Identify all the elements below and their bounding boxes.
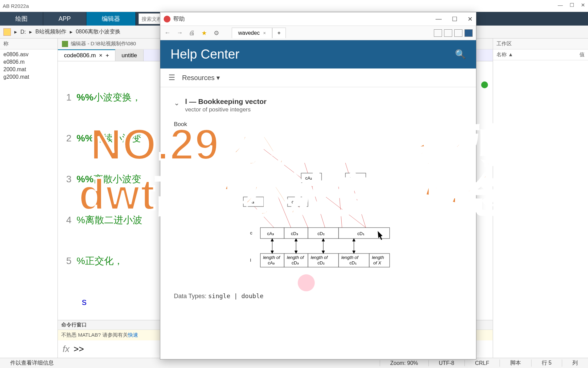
help-titlebar[interactable]: 帮助 — ☐ ✕: [160, 12, 476, 26]
hamburger-icon[interactable]: ☰: [168, 73, 175, 82]
svg-text:length of: length of: [311, 255, 328, 260]
layout-rows-icon[interactable]: [454, 29, 462, 37]
bc-sep: ▸: [29, 29, 32, 35]
folder-icon[interactable]: [3, 28, 11, 36]
print-icon[interactable]: 🖨: [188, 29, 196, 37]
wavedec-diagram: cA₂ cD₂ cA₃ cD₃ c cA₃ cD₃ cD₂ cD₁: [223, 139, 413, 282]
svg-line-3: [274, 187, 291, 228]
help-window: 帮助 — ☐ ✕ ← → 🖨 ★ ⚙ wavedec× + Help Cente…: [160, 12, 476, 359]
window-controls: — ☐ ✕: [558, 2, 585, 8]
favorite-icon[interactable]: ★: [200, 29, 208, 37]
help-resources-bar: ☰ Resources ▾: [160, 68, 476, 87]
maximize-button[interactable]: ☐: [570, 2, 574, 8]
svg-text:cD₁: cD₁: [349, 260, 357, 265]
app-title: AB R2022a: [3, 3, 29, 9]
svg-line-1: [305, 163, 325, 228]
editor-tab-inactive[interactable]: untitle: [115, 49, 143, 61]
svg-marker-34: [353, 239, 355, 241]
svg-text:l: l: [250, 258, 251, 263]
workspace-columns: 名称 ▲ 值: [493, 49, 588, 60]
layout-split-icon[interactable]: [444, 29, 452, 37]
sb-zoom[interactable]: Zoom: 90%: [380, 360, 428, 366]
section-subtitle: vector of positive integers: [185, 106, 266, 113]
help-close[interactable]: ✕: [468, 15, 473, 23]
col-name[interactable]: 名称 ▲: [496, 51, 579, 58]
search-icon[interactable]: 🔍: [455, 49, 466, 60]
bc-sep: ▸: [70, 29, 72, 35]
current-folder-panel: 称 e0806.asv e0806.m 2000.mat g2000.mat: [0, 39, 58, 358]
editor-tab-active[interactable]: code0806.m × +: [58, 49, 115, 61]
svg-line-6: [298, 204, 308, 228]
svg-marker-28: [295, 239, 297, 241]
back-icon[interactable]: ←: [164, 29, 171, 37]
svg-marker-35: [353, 251, 355, 254]
line-number: 1: [58, 91, 77, 104]
svg-rect-16: [260, 228, 390, 239]
help-app-icon: [164, 16, 170, 22]
svg-line-5: [252, 204, 274, 228]
sb-filetype: 脚本: [500, 359, 531, 367]
svg-text:cD₃: cD₃: [292, 260, 299, 265]
svg-text:length: length: [372, 255, 384, 260]
svg-line-0: [264, 149, 366, 228]
sb-row: 行 5: [531, 359, 562, 367]
editor-icon: [62, 41, 68, 47]
file-item[interactable]: e0806.m: [0, 58, 58, 66]
svg-text:cA₃: cA₃: [267, 231, 274, 236]
file-list: e0806.asv e0806.m 2000.mat g2000.mat: [0, 49, 58, 82]
layout-single-icon[interactable]: [464, 29, 473, 37]
svg-marker-29: [295, 251, 297, 254]
help-maximize[interactable]: ☐: [452, 15, 457, 23]
minimize-button[interactable]: —: [558, 2, 563, 8]
svg-text:cA₃: cA₃: [268, 260, 275, 265]
file-item[interactable]: 2000.mat: [0, 66, 58, 73]
svg-text:length of: length of: [287, 255, 304, 260]
svg-text:cA₃: cA₃: [247, 199, 254, 204]
name-column-header: 称: [0, 39, 58, 49]
tab-editor[interactable]: 编辑器: [86, 12, 136, 26]
file-item[interactable]: g2000.mat: [0, 73, 58, 81]
bc-sep: ▸: [14, 29, 17, 35]
help-toolbar: ← → 🖨 ★ ⚙ wavedec× +: [160, 26, 476, 40]
svg-text:cD₂: cD₂: [317, 260, 325, 265]
svg-text:length of: length of: [263, 255, 280, 260]
tab-app[interactable]: APP: [43, 12, 86, 26]
diagram-svg: cA₂ cD₂ cA₃ cD₃ c cA₃ cD₃ cD₂ cD₁: [223, 139, 413, 282]
svg-text:length of: length of: [341, 255, 359, 260]
quickstart-link[interactable]: 快速: [128, 332, 138, 338]
prompt-symbol: >>: [74, 344, 84, 354]
file-item[interactable]: e0806.asv: [0, 51, 58, 58]
forward-icon[interactable]: →: [176, 29, 183, 37]
workspace-panel: 工作区 名称 ▲ 值: [493, 39, 588, 358]
svg-text:cD₃: cD₃: [291, 231, 298, 236]
status-ok-icon: [481, 81, 488, 88]
chevron-down-icon[interactable]: ⌄: [174, 99, 180, 107]
help-tab[interactable]: wavedec×: [232, 28, 272, 38]
help-minimize[interactable]: —: [436, 15, 442, 23]
fx-icon[interactable]: fx: [63, 344, 69, 354]
svg-marker-32: [322, 251, 325, 254]
workspace-title: 工作区: [493, 39, 588, 49]
svg-text:cD₂: cD₂: [317, 231, 325, 236]
sb-encoding: UTF-8: [428, 360, 464, 366]
bc-drive[interactable]: D:: [20, 29, 26, 35]
help-body[interactable]: ⌄ l — Bookkeeping vector vector of posit…: [160, 87, 476, 359]
close-button[interactable]: ✕: [581, 2, 585, 8]
bc-folder2[interactable]: 0806离散小波变换: [76, 28, 121, 35]
help-tab-new[interactable]: +: [272, 28, 285, 38]
col-value[interactable]: 值: [579, 51, 585, 58]
layout-grid-icon[interactable]: [434, 29, 442, 37]
bc-folder1[interactable]: B站视频制作: [35, 28, 66, 35]
svg-text:cD₁: cD₁: [357, 231, 364, 236]
svg-text:cD₃: cD₃: [292, 199, 299, 204]
app-titlebar: AB R2022a — ☐ ✕: [0, 0, 588, 12]
svg-marker-31: [322, 239, 325, 241]
gear-icon[interactable]: ⚙: [213, 29, 220, 37]
svg-marker-26: [271, 251, 274, 254]
close-icon[interactable]: ×: [263, 30, 266, 36]
svg-text:c: c: [250, 230, 252, 235]
editor-path: 编辑器 - D:\B站视频制作\080: [71, 41, 136, 47]
collapse-section[interactable]: ⌄ l — Bookkeeping vector vector of posit…: [174, 97, 462, 113]
resources-dropdown[interactable]: Resources ▾: [182, 74, 220, 82]
tab-plot[interactable]: 绘图: [0, 12, 43, 26]
